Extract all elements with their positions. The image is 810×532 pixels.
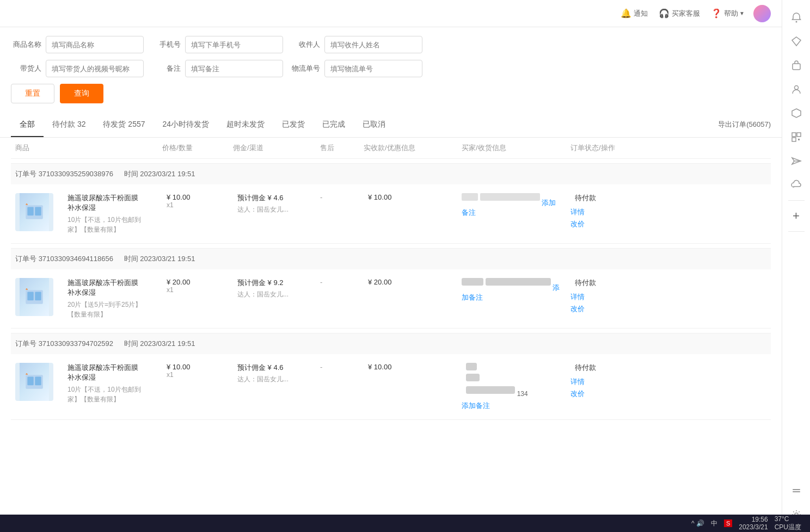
add-note-btn-2[interactable]: 添加备注: [462, 283, 560, 301]
taskbar-cpu-temp: 37°C CPU温度: [775, 515, 801, 532]
logistics-input[interactable]: [324, 60, 422, 77]
taskbar-system-tray[interactable]: ^ 🔊: [691, 519, 704, 527]
product-image-3: Ai: [15, 363, 53, 401]
col-buyer: 买家/收货信息: [457, 143, 566, 153]
svg-rect-18: [797, 133, 801, 137]
svg-rect-17: [792, 133, 796, 137]
col-price: 价格/数量: [158, 143, 229, 153]
taskbar: ^ 🔊 中 S 19:56 2023/3/21 37°C CPU温度: [0, 515, 810, 532]
sidebar-diamond-icon[interactable]: [787, 32, 806, 51]
help-btn[interactable]: ❓ 帮助 ▼: [711, 8, 745, 18]
svg-rect-2: [35, 207, 41, 216]
sidebar-cloud-icon[interactable]: [787, 175, 806, 195]
sidebar-expand-icon[interactable]: [787, 481, 806, 500]
after-sale-2: -: [316, 278, 359, 286]
sidebar-person-icon[interactable]: [787, 79, 806, 99]
svg-text:Ai: Ai: [26, 288, 28, 290]
order-group-2: 订单号 3710330934694118656 时间 2023/03/21 19…: [11, 248, 771, 329]
phone-input[interactable]: [185, 36, 283, 53]
table-header: 商品 价格/数量 佣金/渠道 售后 实收款/优惠信息 买家/收货信息 订单状态/…: [11, 138, 771, 159]
svg-rect-6: [35, 292, 41, 301]
order-id-label: 订单号: [15, 170, 39, 178]
svg-rect-19: [792, 138, 796, 141]
product-cell-2: Ai 施遥玻尿酸冻干粉面膜补水保湿 20片【送5片=到手25片】【数量有限】: [11, 278, 158, 319]
buyer-address-row-3: 134: [462, 386, 562, 398]
detail-link-2[interactable]: 详情: [570, 292, 633, 302]
svg-point-15: [794, 86, 798, 90]
tab-all[interactable]: 全部: [11, 112, 44, 137]
commission-cell-2: 预计佣金 ¥ 9.2 达人：国岳女儿...: [229, 278, 316, 299]
export-orders-button[interactable]: 导出订单(56057): [718, 120, 771, 129]
detail-link-1[interactable]: 详情: [570, 207, 633, 217]
svg-text:Ai: Ai: [26, 203, 28, 206]
col-status: 订单状态/操作: [566, 143, 637, 153]
add-note-btn-1[interactable]: 添加备注: [462, 199, 556, 216]
tab-overdue[interactable]: 超时未发货: [218, 112, 273, 137]
buyer-icon-blur-3: [466, 363, 477, 370]
notification-btn[interactable]: 🔔 通知: [621, 8, 648, 18]
actual-price-1: ¥ 10.00: [359, 193, 457, 201]
logistics-label: 物流单号: [290, 64, 320, 73]
svg-rect-22: [793, 489, 800, 490]
avatar[interactable]: [753, 5, 771, 22]
customer-service-btn[interactable]: 🎧 买家客服: [659, 8, 700, 18]
sidebar-send-icon[interactable]: [787, 151, 806, 171]
order-id-label-2: 订单号: [15, 255, 39, 263]
help-icon: ❓: [711, 8, 722, 18]
sidebar-qr-icon[interactable]: [787, 127, 806, 147]
svg-marker-13: [792, 37, 801, 46]
headset-icon: 🎧: [659, 8, 670, 18]
product-name-input[interactable]: [46, 36, 144, 53]
sidebar-bag-icon[interactable]: [787, 55, 806, 75]
table-row: Ai 施遥玻尿酸冻干粉面膜补水保湿 10片【不送，10片包邮到家】【数量有限】 …: [11, 354, 771, 420]
product-cell-3: Ai 施遥玻尿酸冻干粉面膜补水保湿 10片【不送，10片包邮到家】【数量有限】: [11, 363, 158, 404]
recipient-input[interactable]: [324, 36, 422, 53]
sidebar-game-icon[interactable]: [787, 103, 806, 123]
svg-marker-16: [792, 109, 801, 117]
order-id-label-3: 订单号: [15, 339, 39, 348]
svg-point-12: [795, 21, 797, 23]
actual-price-3: ¥ 10.00: [359, 363, 457, 371]
chevron-down-icon: ▼: [739, 10, 745, 16]
price-link-1[interactable]: 改价: [570, 219, 633, 229]
order-id-row-3: 订单号 3710330933794702592 时间 2023/03/21 19…: [11, 333, 771, 354]
tab-24h-ship[interactable]: 24小时待发货: [154, 112, 218, 137]
product-image-1: Ai: [15, 193, 53, 231]
tab-shipped[interactable]: 已发货: [273, 112, 314, 137]
order-group-3: 订单号 3710330933794702592 时间 2023/03/21 19…: [11, 333, 771, 420]
svg-rect-1: [27, 207, 33, 216]
sidebar-notification-icon[interactable]: [787, 8, 806, 27]
svg-rect-10: [35, 377, 41, 386]
notes-input[interactable]: [185, 60, 283, 77]
buyer-address-blur-2: [486, 278, 551, 286]
price-cell-1: ¥ 10.00 x1: [158, 193, 229, 209]
col-actual: 实收款/优惠信息: [359, 143, 457, 153]
price-link-2[interactable]: 改价: [570, 304, 633, 314]
tab-pending-ship[interactable]: 待发货 2557: [94, 112, 154, 137]
tab-completed[interactable]: 已完成: [314, 112, 354, 137]
product-info-2: 施遥玻尿酸冻干粉面膜补水保湿 20片【送5片=到手25片】【数量有限】: [59, 278, 154, 319]
price-link-3[interactable]: 改价: [570, 389, 633, 399]
detail-link-3[interactable]: 详情: [570, 377, 633, 387]
buyer-cell-3: 134 添加备注: [457, 363, 566, 411]
taskbar-lang-icon[interactable]: 中: [711, 519, 717, 528]
influencer-input[interactable]: [46, 60, 144, 77]
order-group-1: 订单号 3710330935259038976 时间 2023/03/21 19…: [11, 163, 771, 244]
product-info-3: 施遥玻尿酸冻干粉面膜补水保湿 10片【不送，10片包邮到家】【数量有限】: [59, 363, 154, 404]
price-cell-3: ¥ 10.00 x1: [158, 363, 229, 379]
buyer-name-blur-1: [462, 193, 478, 201]
taskbar-app-icon[interactable]: S: [724, 519, 732, 527]
query-button[interactable]: 查询: [60, 84, 103, 103]
sidebar-plus-icon[interactable]: +: [787, 206, 806, 226]
tabs: 全部 待付款 32 待发货 2557 24小时待发货 超时未发货 已发货: [11, 112, 394, 137]
actual-price-2: ¥ 20.00: [359, 278, 457, 286]
add-note-btn-3[interactable]: 添加备注: [462, 401, 490, 410]
tab-cancelled[interactable]: 已取消: [354, 112, 394, 137]
right-sidebar: +: [782, 0, 810, 532]
taskbar-datetime: 19:56 2023/3/21: [739, 516, 768, 531]
order-id-row-1: 订单号 3710330935259038976 时间 2023/03/21 19…: [11, 163, 771, 184]
reset-button[interactable]: 重置: [11, 84, 54, 103]
bell-icon: 🔔: [621, 8, 631, 18]
tab-pending-payment[interactable]: 待付款 32: [44, 112, 94, 137]
status-cell-2: 待付款 详情 改价: [566, 278, 637, 314]
